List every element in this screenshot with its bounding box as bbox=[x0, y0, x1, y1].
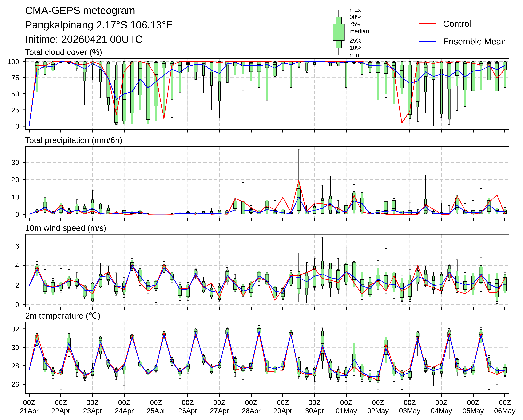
svg-text:00Z: 00Z bbox=[499, 398, 511, 406]
svg-text:26: 26 bbox=[11, 380, 19, 388]
svg-text:75%: 75% bbox=[350, 21, 361, 27]
svg-text:22Apr: 22Apr bbox=[51, 407, 70, 415]
svg-text:00Z: 00Z bbox=[404, 398, 416, 406]
svg-text:29Apr: 29Apr bbox=[273, 407, 292, 415]
svg-text:00Z: 00Z bbox=[340, 398, 352, 406]
svg-text:00Z: 00Z bbox=[23, 398, 35, 406]
svg-text:100: 100 bbox=[8, 58, 19, 65]
svg-text:32: 32 bbox=[11, 325, 19, 333]
svg-text:max: max bbox=[350, 6, 361, 13]
svg-text:00Z: 00Z bbox=[55, 398, 67, 406]
svg-text:00Z: 00Z bbox=[213, 398, 226, 406]
svg-text:CMA-GEPS meteogram: CMA-GEPS meteogram bbox=[25, 5, 135, 16]
svg-text:00Z: 00Z bbox=[182, 398, 194, 406]
svg-text:Total cloud cover (%): Total cloud cover (%) bbox=[25, 48, 102, 57]
svg-text:00Z: 00Z bbox=[309, 398, 321, 406]
svg-text:Control: Control bbox=[443, 19, 471, 29]
svg-text:27Apr: 27Apr bbox=[210, 407, 229, 415]
svg-text:00Z: 00Z bbox=[277, 398, 289, 406]
svg-text:00Z: 00Z bbox=[150, 398, 162, 406]
svg-text:00Z: 00Z bbox=[467, 398, 479, 406]
svg-text:75: 75 bbox=[11, 74, 19, 82]
svg-text:4: 4 bbox=[15, 262, 19, 269]
svg-text:00Z: 00Z bbox=[86, 398, 99, 406]
svg-text:02May: 02May bbox=[367, 407, 389, 415]
svg-text:median: median bbox=[350, 28, 369, 34]
svg-text:00Z: 00Z bbox=[372, 398, 384, 406]
svg-text:25Apr: 25Apr bbox=[147, 407, 165, 415]
svg-text:04May: 04May bbox=[431, 407, 452, 415]
svg-text:28Apr: 28Apr bbox=[242, 407, 261, 415]
svg-text:Initime: 20260421 00UTC: Initime: 20260421 00UTC bbox=[25, 33, 143, 45]
svg-text:0: 0 bbox=[15, 122, 19, 130]
svg-text:0: 0 bbox=[15, 301, 19, 309]
svg-text:21Apr: 21Apr bbox=[20, 407, 39, 415]
svg-text:Ensemble Mean: Ensemble Mean bbox=[443, 37, 506, 46]
svg-text:Total precipitation (mm/6h): Total precipitation (mm/6h) bbox=[25, 135, 122, 145]
svg-text:0: 0 bbox=[15, 210, 19, 218]
svg-text:20: 20 bbox=[11, 176, 19, 183]
svg-text:10m wind speed (m/s): 10m wind speed (m/s) bbox=[25, 223, 106, 232]
svg-text:25: 25 bbox=[11, 106, 19, 114]
svg-text:Pangkalpinang 2.17°S 106.13°E: Pangkalpinang 2.17°S 106.13°E bbox=[25, 19, 173, 31]
svg-text:28: 28 bbox=[11, 362, 19, 370]
svg-text:26Apr: 26Apr bbox=[178, 407, 197, 415]
svg-text:50: 50 bbox=[11, 90, 19, 98]
svg-text:30: 30 bbox=[11, 158, 19, 166]
svg-text:00Z: 00Z bbox=[435, 398, 448, 406]
svg-text:00Z: 00Z bbox=[118, 398, 131, 406]
svg-text:10: 10 bbox=[11, 193, 19, 201]
svg-text:90%: 90% bbox=[350, 14, 361, 20]
svg-text:30Apr: 30Apr bbox=[305, 407, 324, 415]
svg-text:min: min bbox=[350, 51, 359, 58]
svg-text:03May: 03May bbox=[399, 407, 420, 415]
svg-text:6: 6 bbox=[15, 242, 19, 250]
svg-text:24Apr: 24Apr bbox=[115, 407, 134, 415]
svg-text:25%: 25% bbox=[350, 37, 361, 44]
svg-text:30: 30 bbox=[11, 343, 19, 351]
svg-text:00Z: 00Z bbox=[245, 398, 257, 406]
svg-text:23Apr: 23Apr bbox=[83, 407, 102, 415]
svg-text:06May: 06May bbox=[494, 407, 515, 415]
svg-text:05May: 05May bbox=[462, 407, 484, 415]
svg-text:01May: 01May bbox=[335, 407, 357, 415]
svg-text:2m temperature (℃): 2m temperature (℃) bbox=[25, 311, 100, 320]
svg-text:10%: 10% bbox=[350, 45, 361, 51]
svg-text:2: 2 bbox=[15, 281, 19, 289]
